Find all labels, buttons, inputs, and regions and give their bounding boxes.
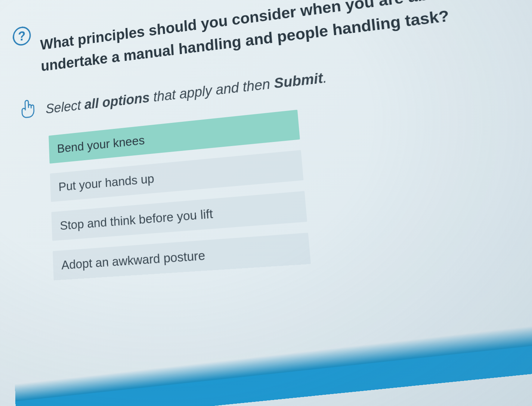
pointer-hand-icon [18, 98, 37, 120]
option-label: Put your hands up [58, 171, 155, 194]
quiz-content: ? What principles should you consider wh… [13, 0, 532, 283]
option-label: Stop and think before you lift [60, 206, 213, 232]
instruction-text: Select all options that apply and then S… [45, 65, 328, 118]
instruction-prefix: Select [46, 97, 85, 117]
instruction-emphasis-options: all options [84, 90, 150, 112]
instruction-middle: that apply and then [149, 76, 275, 105]
footer-bar-inner [15, 344, 532, 406]
options-list: Bend your knees Put your hands up Stop a… [49, 110, 311, 281]
instruction-suffix: . [322, 70, 328, 86]
instruction-emphasis-submit: Submit [273, 70, 324, 91]
option-item[interactable]: Adopt an awkward posture [53, 233, 311, 281]
footer-bar [15, 325, 532, 406]
option-label: Adopt an awkward posture [61, 248, 206, 272]
question-mark-icon: ? [13, 25, 31, 47]
question-icon-glyph: ? [18, 28, 26, 44]
option-label: Bend your knees [57, 133, 145, 155]
